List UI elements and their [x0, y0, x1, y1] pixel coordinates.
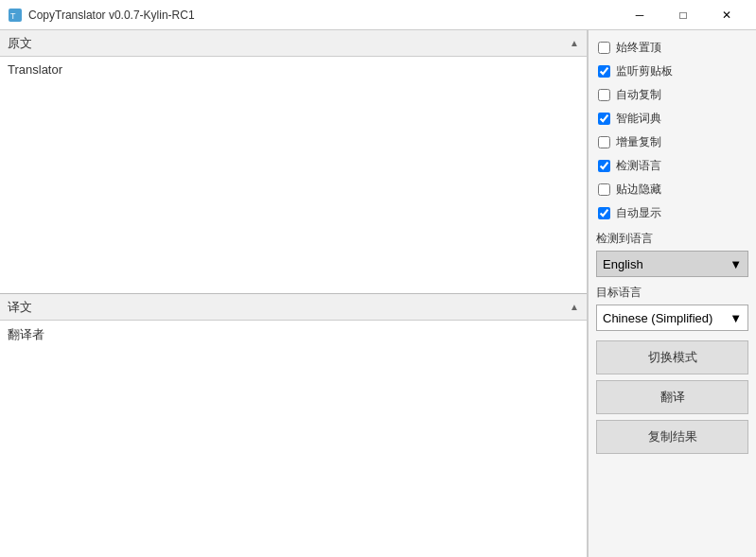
- checkbox-cb6[interactable]: [598, 160, 610, 172]
- target-lang-value: Chinese (Simplified): [603, 311, 712, 325]
- checkbox-label-cb7: 贴边隐藏: [616, 182, 661, 198]
- checkbox-cb7[interactable]: [598, 183, 610, 196]
- left-panel: 原文 ▲ Translator 译文 ▲ 翻译者: [0, 30, 588, 557]
- close-button[interactable]: ✕: [705, 0, 748, 30]
- detected-lang-label: 检测到语言: [589, 225, 756, 249]
- source-section: 原文 ▲ Translator: [0, 30, 587, 294]
- checkbox-label-cb1: 始终置顶: [616, 40, 661, 56]
- checkbox-item-cb4[interactable]: 智能词典: [596, 107, 748, 131]
- checkbox-item-cb2[interactable]: 监听剪贴板: [596, 60, 748, 83]
- checkbox-label-cb2: 监听剪贴板: [616, 63, 673, 79]
- source-label: 原文: [8, 35, 32, 52]
- svg-text:T: T: [10, 11, 16, 21]
- source-content[interactable]: Translator: [0, 57, 587, 293]
- checkbox-label-cb4: 智能词典: [616, 111, 661, 127]
- maximize-button[interactable]: □: [661, 0, 705, 30]
- checkbox-item-cb1[interactable]: 始终置顶: [596, 36, 748, 60]
- right-panel: 始终置顶监听剪贴板自动复制智能词典增量复制检测语言贴边隐藏自动显示 检测到语言 …: [588, 30, 756, 557]
- source-header: 原文 ▲: [0, 30, 587, 57]
- checkbox-cb8[interactable]: [598, 207, 610, 219]
- source-scroll-up[interactable]: ▲: [570, 38, 579, 48]
- target-lang-label: 目标语言: [589, 279, 756, 303]
- target-lang-dropdown[interactable]: Chinese (Simplified) ▼: [596, 305, 748, 331]
- app-icon: T: [8, 8, 23, 23]
- detected-lang-chevron: ▼: [730, 257, 742, 271]
- checkbox-item-cb5[interactable]: 增量复制: [596, 131, 748, 154]
- checkbox-label-cb5: 增量复制: [616, 134, 661, 150]
- checkbox-label-cb3: 自动复制: [616, 87, 661, 103]
- titlebar-left: T CopyTranslator v0.0.7-Kylin-RC1: [8, 8, 195, 23]
- target-section: 译文 ▲ 翻译者: [0, 294, 587, 557]
- checkbox-label-cb6: 检测语言: [616, 158, 661, 174]
- checkbox-cb5[interactable]: [598, 136, 610, 148]
- titlebar: T CopyTranslator v0.0.7-Kylin-RC1 ─ □ ✕: [0, 0, 756, 30]
- checkbox-label-cb8: 自动显示: [616, 205, 661, 221]
- switch-mode-button[interactable]: 切换模式: [596, 340, 748, 374]
- main-layout: 原文 ▲ Translator 译文 ▲ 翻译者 始终置顶监听剪贴板自动复制智能…: [0, 30, 756, 557]
- detected-lang-dropdown[interactable]: English ▼: [596, 251, 748, 277]
- checkbox-item-cb3[interactable]: 自动复制: [596, 83, 748, 107]
- target-text: 翻译者: [8, 327, 44, 341]
- target-header: 译文 ▲: [0, 294, 587, 321]
- checkbox-group: 始终置顶监听剪贴板自动复制智能词典增量复制检测语言贴边隐藏自动显示: [589, 36, 756, 225]
- target-lang-chevron: ▼: [730, 311, 742, 325]
- translate-button[interactable]: 翻译: [596, 380, 748, 414]
- target-scroll-up[interactable]: ▲: [570, 302, 579, 312]
- checkbox-cb2[interactable]: [598, 65, 610, 78]
- source-text: Translator: [8, 62, 62, 77]
- checkbox-item-cb7[interactable]: 贴边隐藏: [596, 178, 748, 201]
- titlebar-controls: ─ □ ✕: [618, 0, 748, 30]
- target-content[interactable]: 翻译者: [0, 321, 587, 557]
- checkbox-item-cb8[interactable]: 自动显示: [596, 201, 748, 225]
- checkbox-cb1[interactable]: [598, 42, 610, 54]
- checkbox-cb3[interactable]: [598, 89, 610, 101]
- action-buttons: 切换模式 翻译 复制结果: [589, 340, 756, 454]
- checkbox-cb4[interactable]: [598, 113, 610, 125]
- app-title: CopyTranslator v0.0.7-Kylin-RC1: [28, 9, 195, 22]
- minimize-button[interactable]: ─: [618, 0, 661, 30]
- checkbox-item-cb6[interactable]: 检测语言: [596, 154, 748, 178]
- detected-lang-value: English: [603, 257, 643, 271]
- target-label: 译文: [8, 299, 32, 316]
- copy-result-button[interactable]: 复制结果: [596, 420, 748, 454]
